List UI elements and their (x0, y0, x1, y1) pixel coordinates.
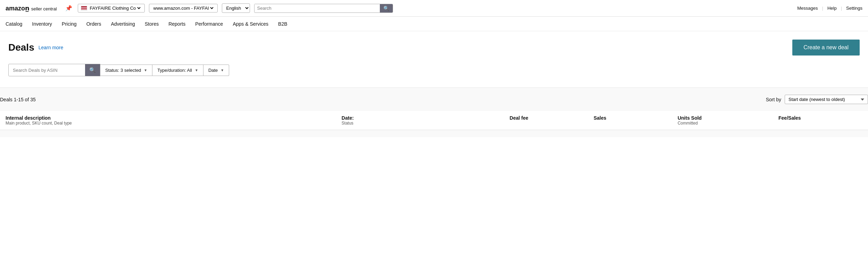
col-description-title: Internal description (6, 115, 342, 121)
us-flag-icon (81, 6, 87, 10)
asin-search-button[interactable]: 🔍 (85, 64, 100, 76)
nav-reports[interactable]: Reports (168, 21, 185, 27)
status-filter-dropdown[interactable]: Status: 3 selected ▼ (100, 65, 152, 76)
col-date-title: Date: (342, 115, 510, 121)
table-header: Internal description Main product, SKU c… (0, 111, 868, 130)
create-deal-button[interactable]: Create a new deal (792, 40, 860, 56)
date-filter-dropdown[interactable]: Date ▼ (203, 65, 229, 76)
deals-table-area: Deals 1-15 of 35 Sort by Start date (new… (0, 87, 868, 137)
col-units-subtitle: Committed (678, 121, 778, 126)
nav-catalog[interactable]: Catalog (6, 21, 22, 27)
type-duration-chevron-icon: ▼ (195, 68, 198, 72)
messages-link[interactable]: Messages (797, 6, 818, 11)
nav-inventory[interactable]: Inventory (32, 21, 52, 27)
page-title: Deals (8, 42, 34, 53)
settings-link[interactable]: Settings (846, 6, 862, 11)
status-filter-chevron-icon: ▼ (144, 68, 147, 72)
col-date-subtitle: Status (342, 121, 510, 126)
seller-select-input[interactable]: FAYFAIRE Clothing Co (89, 5, 142, 11)
marketplace-selector[interactable]: www.amazon.com - FAYFAI (149, 4, 218, 12)
page-content: Deals Learn more Create a new deal 🔍 Sta… (0, 31, 868, 76)
nav-apps-services[interactable]: Apps & Services (233, 21, 268, 27)
deals-meta-row: Deals 1-15 of 35 Sort by Start date (new… (0, 95, 868, 104)
search-button[interactable]: 🔍 (380, 4, 393, 12)
language-selector[interactable]: English (222, 3, 250, 13)
top-links: Messages | Help | Settings (797, 6, 862, 11)
top-bar: amazon̲ seller central 📌 FAYFAIRE Clothi… (0, 0, 868, 17)
type-duration-filter-label: Type/duration: All (157, 68, 192, 73)
nav-performance[interactable]: Performance (195, 21, 223, 27)
col-units-title: Units Sold (678, 115, 778, 121)
sort-select[interactable]: Start date (newest to oldest) Start date… (785, 95, 868, 104)
deals-count: Deals 1-15 of 35 (0, 97, 36, 102)
col-description-subtitle: Main product, SKU count, Deal type (6, 121, 342, 126)
nav-orders[interactable]: Orders (86, 21, 101, 27)
col-date-header: Date: Status (342, 115, 510, 126)
filters-row: 🔍 Status: 3 selected ▼ Type/duration: Al… (8, 64, 860, 76)
col-units-header: Units Sold Committed (678, 115, 778, 126)
nav-b2b[interactable]: B2B (278, 21, 287, 27)
nav-pricing[interactable]: Pricing (62, 21, 77, 27)
nav-stores[interactable]: Stores (145, 21, 159, 27)
nav-advertising[interactable]: Advertising (111, 21, 135, 27)
col-sales-header: Sales (594, 115, 678, 121)
col-description-header: Internal description Main product, SKU c… (6, 115, 342, 126)
status-filter-label: Status: 3 selected (105, 68, 141, 73)
seller-selector[interactable]: FAYFAIRE Clothing Co (78, 4, 145, 12)
amazon-logo: amazon̲ seller central (6, 5, 57, 12)
search-input[interactable] (254, 4, 380, 12)
type-duration-filter-dropdown[interactable]: Type/duration: All ▼ (152, 65, 203, 76)
date-filter-label: Date (208, 68, 218, 73)
asin-search-input[interactable] (9, 65, 85, 76)
logo-area: amazon̲ seller central (6, 5, 57, 12)
sort-area: Sort by Start date (newest to oldest) St… (766, 95, 868, 104)
marketplace-select-input[interactable]: www.amazon.com - FAYFAI (152, 5, 215, 11)
search-bar: 🔍 (254, 4, 393, 13)
search-asin-field: 🔍 (8, 64, 100, 76)
col-fee-sales-header: Fee/Sales (778, 115, 862, 121)
language-select-input[interactable]: English (222, 3, 250, 13)
date-chevron-icon: ▼ (220, 68, 224, 72)
col-deal-fee-header: Deal fee (510, 115, 594, 121)
nav-bar: Catalog Inventory Pricing Orders Adverti… (0, 17, 868, 31)
page-header: Deals Learn more Create a new deal (8, 40, 860, 56)
sort-by-label: Sort by (766, 97, 781, 102)
learn-more-link[interactable]: Learn more (39, 45, 64, 50)
page-title-area: Deals Learn more (8, 42, 63, 53)
pin-icon: 📌 (65, 5, 72, 11)
help-link[interactable]: Help (827, 6, 837, 11)
